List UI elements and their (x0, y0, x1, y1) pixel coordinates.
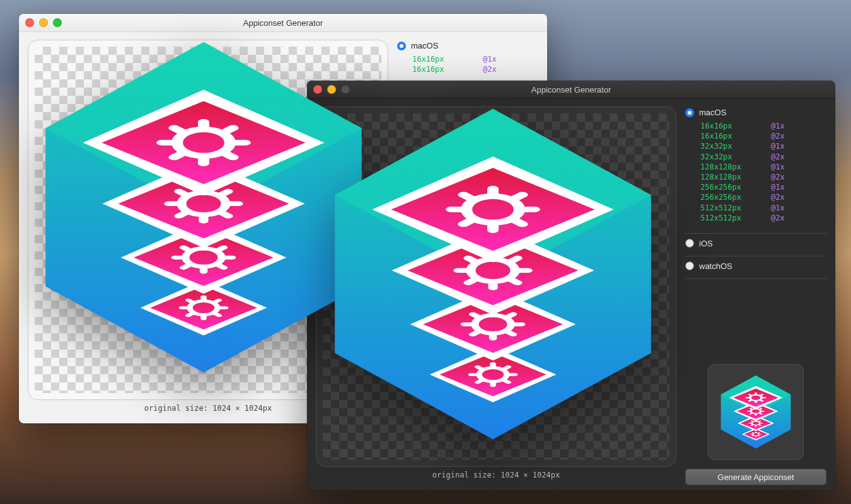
size-value: 512x512px (700, 203, 750, 213)
platform-label: macOS (699, 108, 726, 117)
radio-unselected-icon[interactable] (685, 261, 694, 270)
scale-value: @1x (771, 141, 785, 151)
size-row: 256x256px@2x (700, 192, 826, 202)
size-row: 512x512px@2x (700, 213, 826, 223)
divider (685, 233, 826, 234)
platform-macos[interactable]: macOS (685, 108, 826, 117)
platform-macos[interactable]: macOS (397, 41, 538, 50)
platform-label: iOS (699, 239, 713, 248)
scale-value: @2x (771, 172, 785, 182)
size-list: 16x16px@1x16x16px@2x32x32px@1x32x32px@2x… (700, 121, 826, 223)
size-value: 16x16px (700, 131, 750, 141)
app-icon-large (313, 94, 673, 455)
size-row: 16x16px@1x (412, 54, 538, 64)
scale-value: @1x (483, 54, 497, 64)
size-row: 16x16px@2x (700, 131, 826, 141)
app-icon (716, 372, 796, 452)
platform-label: watchOS (699, 261, 732, 271)
size-row: 16x16px@2x (412, 64, 538, 74)
scale-value: @1x (771, 182, 785, 192)
size-row: 128x128px@2x (700, 172, 826, 182)
radio-selected-icon[interactable] (397, 42, 406, 50)
scale-value: @2x (771, 152, 785, 162)
platform-label: macOS (411, 41, 438, 50)
size-value: 16x16px (700, 121, 750, 131)
size-value: 16x16px (412, 54, 461, 64)
platform-watchos[interactable]: watchOS (685, 261, 826, 271)
size-value: 256x256px (700, 192, 750, 202)
size-value: 32x32px (700, 152, 750, 162)
size-value: 32x32px (700, 141, 750, 151)
size-value: 128x128px (700, 162, 750, 172)
zoom-icon[interactable] (53, 18, 62, 27)
scale-value: @1x (771, 162, 785, 172)
radio-selected-icon[interactable] (685, 108, 694, 117)
close-icon[interactable] (25, 18, 34, 27)
size-row: 256x256px@1x (700, 182, 826, 192)
size-value: 512x512px (700, 213, 750, 223)
original-size-caption: original size: 1024 × 1024px (144, 404, 272, 413)
scale-value: @2x (771, 131, 785, 141)
window-title: Appiconset Generator (307, 85, 835, 94)
size-row: 128x128px@1x (700, 162, 826, 172)
size-row: 32x32px@1x (700, 141, 826, 151)
generate-button-label: Generate Appiconset (717, 472, 794, 482)
divider (685, 256, 826, 256)
platform-ios[interactable]: iOS (685, 239, 826, 248)
scale-value: @2x (771, 192, 785, 202)
size-value: 128x128px (700, 172, 750, 182)
minimize-icon[interactable] (39, 18, 48, 27)
size-row: 32x32px@2x (700, 152, 826, 162)
window-title: Appiconset Generator (19, 18, 547, 28)
size-row: 512x512px@1x (700, 203, 826, 213)
scale-value: @1x (771, 121, 785, 131)
radio-unselected-icon[interactable] (685, 239, 694, 248)
scale-value: @2x (771, 213, 785, 223)
scale-value: @2x (483, 64, 497, 74)
size-value: 16x16px (412, 64, 461, 74)
size-row: 16x16px@1x (700, 121, 826, 131)
scale-value: @1x (771, 203, 785, 213)
original-size-caption: original size: 1024 × 1024px (432, 471, 560, 479)
output-thumbnail (708, 364, 804, 460)
divider (685, 278, 826, 279)
generate-button[interactable]: Generate Appiconset (685, 469, 826, 485)
size-value: 256x256px (700, 182, 750, 192)
